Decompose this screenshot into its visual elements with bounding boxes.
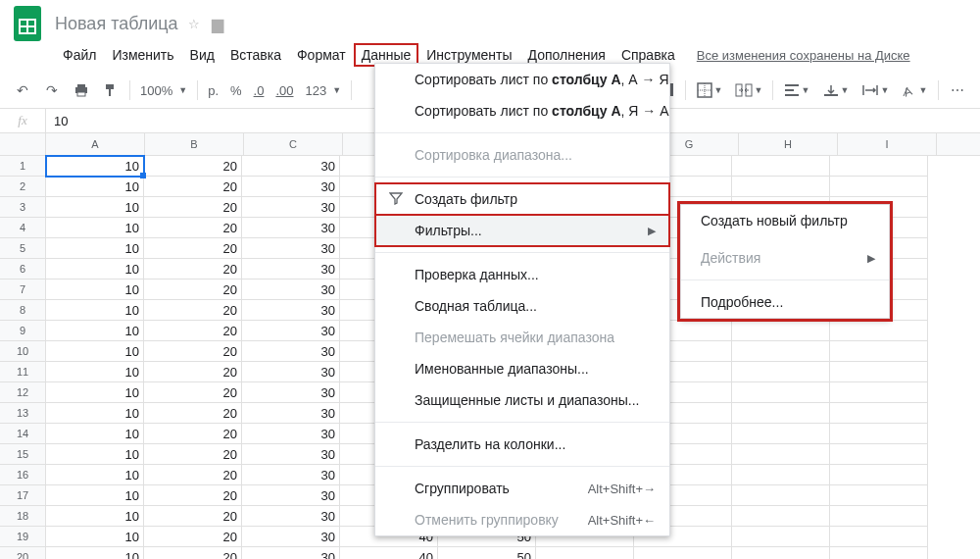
cell[interactable] xyxy=(830,465,928,485)
cell[interactable]: 20 xyxy=(144,382,242,403)
cell[interactable]: 10 xyxy=(46,362,144,382)
cell[interactable]: 10 xyxy=(46,382,144,403)
cell[interactable]: 30 xyxy=(242,218,340,238)
cell[interactable]: 20 xyxy=(144,177,242,197)
cell[interactable]: 10 xyxy=(46,444,144,465)
cell[interactable]: 20 xyxy=(144,341,242,362)
cell[interactable]: 30 xyxy=(242,197,340,218)
cell[interactable]: 20 xyxy=(144,403,242,424)
row-header[interactable]: 5 xyxy=(0,238,46,259)
cell[interactable]: 10 xyxy=(46,403,144,424)
menu-filters[interactable]: Фильтры... ▶ xyxy=(375,215,669,246)
number-format-select[interactable]: 123▼ xyxy=(300,83,348,98)
cell[interactable]: 30 xyxy=(242,527,340,547)
formula-input[interactable]: 10 xyxy=(46,114,68,128)
cell[interactable]: 20 xyxy=(144,424,242,444)
decrease-decimal-button[interactable]: .0 xyxy=(248,83,270,98)
rotate-button[interactable]: A ▼ xyxy=(895,76,934,104)
cell[interactable]: 20 xyxy=(144,527,242,547)
undo-button[interactable]: ↶ xyxy=(8,76,37,104)
cell[interactable]: 30 xyxy=(242,177,340,197)
more-toolbar-button[interactable]: ⋯ xyxy=(943,76,972,104)
row-header[interactable]: 20 xyxy=(0,547,46,559)
save-status-link[interactable]: Все изменения сохранены на Диске xyxy=(697,48,910,63)
col-header[interactable]: B xyxy=(145,133,244,155)
sheets-logo[interactable] xyxy=(8,4,47,43)
cell[interactable] xyxy=(830,382,928,403)
currency-button[interactable]: р. xyxy=(202,83,224,98)
row-header[interactable]: 12 xyxy=(0,382,46,403)
paint-format-button[interactable] xyxy=(96,76,125,104)
cell[interactable]: 20 xyxy=(144,321,242,341)
cell[interactable] xyxy=(830,424,928,444)
cell[interactable]: 10 xyxy=(46,341,144,362)
row-header[interactable]: 3 xyxy=(0,197,46,218)
cell[interactable]: 30 xyxy=(242,547,340,559)
cell[interactable]: 30 xyxy=(242,156,340,177)
cell[interactable]: 20 xyxy=(144,444,242,465)
row-header[interactable]: 18 xyxy=(0,506,46,527)
cell[interactable] xyxy=(830,506,928,527)
submenu-more[interactable]: Подробнее... xyxy=(681,286,889,318)
cell[interactable] xyxy=(732,341,830,362)
menu-sort-za[interactable]: Сортировать лист по столбцу А, Я → А xyxy=(375,95,669,127)
row-header[interactable]: 13 xyxy=(0,403,46,424)
menu-sort-az[interactable]: Сортировать лист по столбцу А, А → Я xyxy=(375,64,669,95)
cell[interactable]: 30 xyxy=(242,485,340,506)
valign-button[interactable]: ▼ xyxy=(816,76,856,104)
cell[interactable]: 30 xyxy=(242,382,340,403)
row-header[interactable]: 9 xyxy=(0,321,46,341)
cell[interactable] xyxy=(830,321,928,341)
folder-icon[interactable]: ▆ xyxy=(212,15,223,33)
increase-decimal-button[interactable]: .00 xyxy=(270,83,299,98)
menu-named-ranges[interactable]: Именованные диапазоны... xyxy=(375,353,669,384)
cell[interactable] xyxy=(830,547,928,559)
cell[interactable]: 10 xyxy=(46,506,144,527)
col-header[interactable]: A xyxy=(46,133,145,155)
cell[interactable] xyxy=(536,547,634,559)
cell[interactable]: 10 xyxy=(46,197,144,218)
row-header[interactable]: 1 xyxy=(0,156,46,177)
cell[interactable]: 30 xyxy=(242,506,340,527)
submenu-create-filter[interactable]: Создать новый фильтр xyxy=(681,205,889,236)
cell[interactable]: 20 xyxy=(144,362,242,382)
row-header[interactable]: 2 xyxy=(0,177,46,197)
menu-view[interactable]: Вид xyxy=(182,43,222,67)
cell[interactable]: 10 xyxy=(46,485,144,506)
cell[interactable] xyxy=(732,403,830,424)
cell[interactable]: 10 xyxy=(46,321,144,341)
col-header[interactable]: C xyxy=(244,133,343,155)
cell[interactable] xyxy=(732,321,830,341)
document-title[interactable]: Новая таблица xyxy=(55,14,178,34)
cell[interactable] xyxy=(830,444,928,465)
cell[interactable]: 30 xyxy=(242,341,340,362)
menu-insert[interactable]: Вставка xyxy=(222,43,289,67)
cell[interactable]: 20 xyxy=(144,156,242,177)
cell[interactable] xyxy=(830,485,928,506)
cell[interactable]: 30 xyxy=(242,403,340,424)
cell[interactable] xyxy=(830,177,928,197)
wrap-button[interactable]: ▼ xyxy=(856,76,895,104)
cell[interactable] xyxy=(732,177,830,197)
cell[interactable]: 20 xyxy=(144,300,242,321)
cell[interactable]: 30 xyxy=(242,424,340,444)
menu-protected[interactable]: Защищенные листы и диапазоны... xyxy=(375,384,669,416)
cell[interactable]: 20 xyxy=(144,218,242,238)
cell[interactable]: 20 xyxy=(144,485,242,506)
merge-button[interactable]: ▼ xyxy=(729,76,768,104)
cell[interactable]: 10 xyxy=(46,300,144,321)
cell[interactable] xyxy=(732,485,830,506)
cell[interactable]: 10 xyxy=(46,280,144,300)
menu-validation[interactable]: Проверка данных... xyxy=(375,259,669,290)
row-header[interactable]: 16 xyxy=(0,465,46,485)
menu-group[interactable]: Сгруппировать Alt+Shift+→ xyxy=(375,473,669,504)
menu-split-columns[interactable]: Разделить на колонки... xyxy=(375,429,669,460)
row-header[interactable]: 10 xyxy=(0,341,46,362)
cell[interactable] xyxy=(634,547,732,559)
cell[interactable] xyxy=(732,156,830,177)
cell[interactable]: 20 xyxy=(144,259,242,280)
menu-file[interactable]: Файл xyxy=(55,43,104,67)
cell[interactable] xyxy=(732,424,830,444)
cell[interactable]: 10 xyxy=(46,177,144,197)
zoom-select[interactable]: 100%▼ xyxy=(134,83,193,98)
